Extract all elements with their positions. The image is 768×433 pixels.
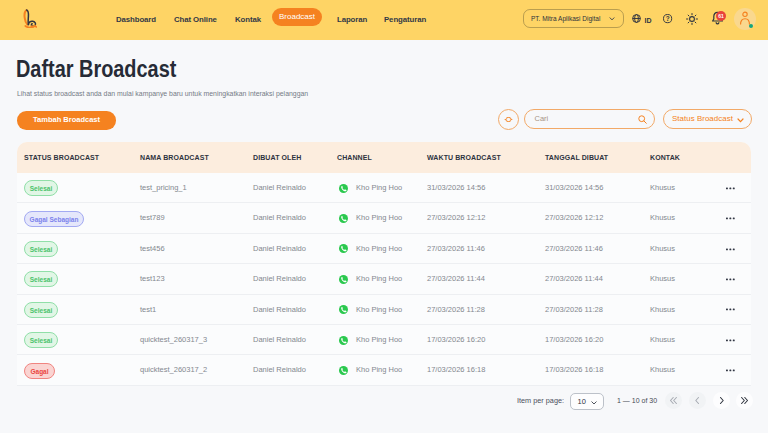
svg-text:?: ?	[665, 15, 669, 22]
